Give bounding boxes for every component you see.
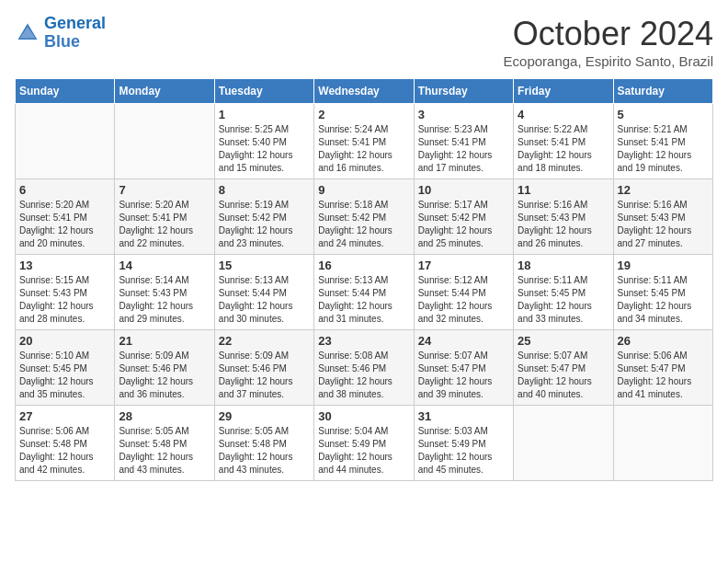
day-number: 2 [318,108,409,121]
day-number: 23 [318,334,409,348]
calendar-cell: 22Sunrise: 5:09 AMSunset: 5:46 PMDayligh… [214,330,313,406]
day-number: 4 [518,108,609,121]
logo: General Blue [15,15,106,52]
day-number: 5 [618,108,709,121]
calendar-cell: 3Sunrise: 5:23 AMSunset: 5:41 PMDaylight… [414,104,513,179]
day-info: Sunrise: 5:11 AMSunset: 5:45 PMDaylight:… [618,274,709,326]
day-info: Sunrise: 5:21 AMSunset: 5:41 PMDaylight:… [618,123,709,175]
day-number: 26 [618,334,709,348]
day-info: Sunrise: 5:22 AMSunset: 5:41 PMDaylight:… [518,123,609,175]
calendar-body: 1Sunrise: 5:25 AMSunset: 5:40 PMDaylight… [16,104,713,481]
calendar-cell: 23Sunrise: 5:08 AMSunset: 5:46 PMDayligh… [314,330,414,406]
day-info: Sunrise: 5:13 AMSunset: 5:44 PMDaylight:… [219,274,310,326]
day-info: Sunrise: 5:14 AMSunset: 5:43 PMDaylight:… [119,274,210,326]
week-row-1: 6Sunrise: 5:20 AMSunset: 5:41 PMDaylight… [16,179,713,255]
calendar-cell [16,104,115,179]
day-number: 12 [618,183,709,197]
week-row-0: 1Sunrise: 5:25 AMSunset: 5:40 PMDaylight… [16,104,713,179]
calendar-cell: 31Sunrise: 5:03 AMSunset: 5:49 PMDayligh… [414,406,513,481]
day-info: Sunrise: 5:24 AMSunset: 5:41 PMDaylight:… [318,123,409,175]
calendar-header: SundayMondayTuesdayWednesdayThursdayFrid… [16,79,713,104]
day-number: 16 [318,259,409,272]
day-number: 1 [219,108,310,121]
week-row-2: 13Sunrise: 5:15 AMSunset: 5:43 PMDayligh… [16,255,713,330]
calendar-cell: 8Sunrise: 5:19 AMSunset: 5:42 PMDaylight… [214,179,313,255]
day-info: Sunrise: 5:05 AMSunset: 5:48 PMDaylight:… [219,425,310,477]
day-info: Sunrise: 5:11 AMSunset: 5:45 PMDaylight:… [518,274,609,326]
header-day-tuesday: Tuesday [214,79,313,104]
day-info: Sunrise: 5:13 AMSunset: 5:44 PMDaylight:… [318,274,409,326]
day-number: 14 [119,259,210,272]
calendar-cell: 9Sunrise: 5:18 AMSunset: 5:42 PMDaylight… [314,179,414,255]
location-subtitle: Ecoporanga, Espirito Santo, Brazil [504,53,713,69]
calendar-cell: 20Sunrise: 5:10 AMSunset: 5:45 PMDayligh… [16,330,115,406]
day-info: Sunrise: 5:06 AMSunset: 5:48 PMDaylight:… [19,425,110,477]
header-row: SundayMondayTuesdayWednesdayThursdayFrid… [16,79,713,104]
month-title: October 2024 [504,15,713,53]
day-info: Sunrise: 5:10 AMSunset: 5:45 PMDaylight:… [19,350,110,401]
calendar-cell: 12Sunrise: 5:16 AMSunset: 5:43 PMDayligh… [613,179,712,255]
calendar-cell: 6Sunrise: 5:20 AMSunset: 5:41 PMDaylight… [16,179,115,255]
day-info: Sunrise: 5:16 AMSunset: 5:43 PMDaylight:… [518,199,609,250]
calendar-cell: 7Sunrise: 5:20 AMSunset: 5:41 PMDaylight… [115,179,214,255]
logo-icon [15,20,40,46]
calendar-cell: 30Sunrise: 5:04 AMSunset: 5:49 PMDayligh… [314,406,414,481]
header-day-sunday: Sunday [16,79,115,104]
day-number: 17 [418,259,509,272]
week-row-3: 20Sunrise: 5:10 AMSunset: 5:45 PMDayligh… [16,330,713,406]
day-info: Sunrise: 5:25 AMSunset: 5:40 PMDaylight:… [219,123,310,175]
day-info: Sunrise: 5:05 AMSunset: 5:48 PMDaylight:… [119,425,210,477]
calendar-cell: 29Sunrise: 5:05 AMSunset: 5:48 PMDayligh… [214,406,313,481]
day-info: Sunrise: 5:18 AMSunset: 5:42 PMDaylight:… [318,199,409,250]
day-info: Sunrise: 5:19 AMSunset: 5:42 PMDaylight:… [219,199,310,250]
day-number: 20 [19,334,110,348]
header-day-wednesday: Wednesday [314,79,414,104]
day-number: 3 [418,108,509,121]
calendar-cell: 28Sunrise: 5:05 AMSunset: 5:48 PMDayligh… [115,406,214,481]
calendar-cell: 17Sunrise: 5:12 AMSunset: 5:44 PMDayligh… [414,255,513,330]
day-info: Sunrise: 5:16 AMSunset: 5:43 PMDaylight:… [618,199,709,250]
calendar-cell: 21Sunrise: 5:09 AMSunset: 5:46 PMDayligh… [115,330,214,406]
calendar-cell: 10Sunrise: 5:17 AMSunset: 5:42 PMDayligh… [414,179,513,255]
calendar-table: SundayMondayTuesdayWednesdayThursdayFrid… [15,78,713,481]
day-info: Sunrise: 5:17 AMSunset: 5:42 PMDaylight:… [418,199,509,250]
title-block: October 2024 Ecoporanga, Espirito Santo,… [504,15,713,69]
day-info: Sunrise: 5:20 AMSunset: 5:41 PMDaylight:… [119,199,210,250]
day-number: 21 [119,334,210,348]
day-info: Sunrise: 5:03 AMSunset: 5:49 PMDaylight:… [418,425,509,477]
calendar-cell: 16Sunrise: 5:13 AMSunset: 5:44 PMDayligh… [314,255,414,330]
day-number: 29 [219,409,310,423]
calendar-cell: 15Sunrise: 5:13 AMSunset: 5:44 PMDayligh… [214,255,313,330]
day-number: 6 [19,183,110,197]
calendar-cell: 24Sunrise: 5:07 AMSunset: 5:47 PMDayligh… [414,330,513,406]
day-number: 25 [518,334,609,348]
day-info: Sunrise: 5:23 AMSunset: 5:41 PMDaylight:… [418,123,509,175]
header-day-monday: Monday [115,79,214,104]
day-number: 9 [318,183,409,197]
calendar-cell: 27Sunrise: 5:06 AMSunset: 5:48 PMDayligh… [16,406,115,481]
logo-line1: General [44,14,106,32]
day-info: Sunrise: 5:07 AMSunset: 5:47 PMDaylight:… [518,350,609,401]
logo-text: General Blue [44,15,106,52]
day-info: Sunrise: 5:07 AMSunset: 5:47 PMDaylight:… [418,350,509,401]
calendar-cell: 2Sunrise: 5:24 AMSunset: 5:41 PMDaylight… [314,104,414,179]
header-day-thursday: Thursday [414,79,513,104]
day-info: Sunrise: 5:08 AMSunset: 5:46 PMDaylight:… [318,350,409,401]
calendar-cell [613,406,712,481]
calendar-cell [115,104,214,179]
day-number: 11 [518,183,609,197]
day-info: Sunrise: 5:15 AMSunset: 5:43 PMDaylight:… [19,274,110,326]
logo-line2: Blue [44,33,106,52]
day-number: 28 [119,409,210,423]
calendar-cell: 4Sunrise: 5:22 AMSunset: 5:41 PMDaylight… [514,104,613,179]
calendar-cell: 5Sunrise: 5:21 AMSunset: 5:41 PMDaylight… [613,104,712,179]
day-number: 15 [219,259,310,272]
header-day-friday: Friday [514,79,613,104]
day-info: Sunrise: 5:04 AMSunset: 5:49 PMDaylight:… [318,425,409,477]
week-row-4: 27Sunrise: 5:06 AMSunset: 5:48 PMDayligh… [16,406,713,481]
day-info: Sunrise: 5:06 AMSunset: 5:47 PMDaylight:… [618,350,709,401]
day-number: 30 [318,409,409,423]
day-number: 8 [219,183,310,197]
day-number: 22 [219,334,310,348]
day-number: 13 [19,259,110,272]
